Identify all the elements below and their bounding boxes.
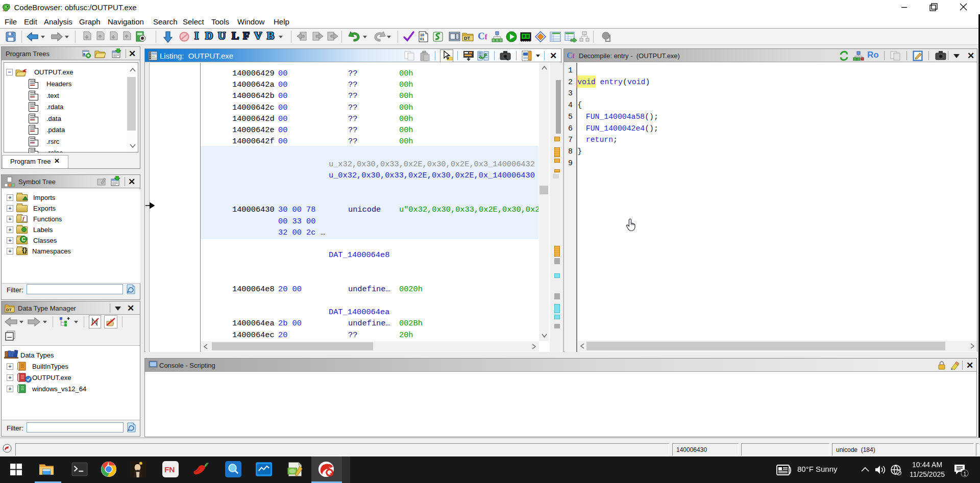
svg-text:DT: DT — [464, 36, 470, 41]
svg-text:FN: FN — [164, 465, 175, 474]
svg-text:10: 10 — [420, 33, 424, 37]
svg-text:1: 1 — [964, 471, 967, 477]
svg-text:01: 01 — [420, 37, 424, 41]
svg-text:DT: DT — [6, 308, 12, 312]
svg-text:C: C — [22, 237, 26, 242]
